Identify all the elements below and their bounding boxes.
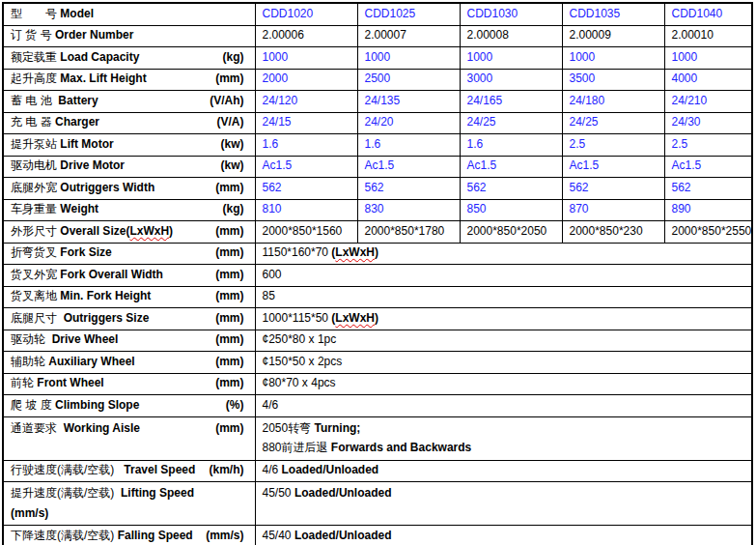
row-label-outriggers-width: 底腿外宽 Outriggers Width(mm)	[3, 178, 255, 200]
cell-fork-overall-width: 600	[255, 265, 752, 287]
unit-label: (km/h)	[210, 463, 255, 478]
row-label-battery: 蓄 电 池 Battery(V/Ah)	[3, 91, 255, 113]
row-label-order-number: 订 货 号 Order Number	[3, 25, 255, 47]
cell-front-wheel: ¢80*70 x 4pcs	[255, 373, 752, 395]
row-label-lift-motor: 提升泵站 Lift Motor(kw)	[3, 134, 255, 157]
value-line: 4/6	[263, 398, 752, 414]
label-text: 车身重量 Weight	[11, 202, 98, 217]
label-text: 提升泵站 Lift Motor	[11, 137, 114, 153]
text-run: Lift Motor	[60, 137, 113, 151]
text-run: 600	[263, 268, 282, 281]
cell-lift-motor-CDD1020: 1.6	[255, 134, 357, 157]
label-text: 货叉离地 Min. Fork Height	[11, 289, 151, 304]
cell-auxiliary-wheel: ¢150*50 x 2pcs	[255, 352, 752, 374]
cell-weight-CDD1025: 830	[357, 199, 460, 221]
label-line: 货叉离地 Min. Fork Height(mm)	[11, 289, 255, 304]
text-run: 订 货 号	[11, 28, 55, 42]
text-run: 提升速度(满载/空载)	[11, 486, 121, 500]
row-label-drive-wheel: 驱动轮 Drive Wheel(mm)	[3, 330, 255, 352]
cell-load-capacity-CDD1030: 1000	[460, 47, 562, 70]
spec-row-battery: 蓄 电 池 Battery(V/Ah)24/12024/13524/16524/…	[3, 91, 752, 113]
label-line: 车身重量 Weight(kg)	[11, 202, 255, 217]
text-run: 货叉离地	[11, 289, 60, 302]
cell-weight-CDD1030: 850	[460, 199, 562, 221]
spec-row-weight: 车身重量 Weight(kg)810830850870890	[3, 199, 752, 221]
label-line: 型 号 Model	[11, 7, 255, 22]
spec-row-fork-size: 折弯货叉 Fork Size(mm)1150*160*70 (LxWxH)	[3, 243, 752, 265]
cell-fork-size: 1150*160*70 (LxWxH)	[255, 243, 752, 265]
text-run: 外形尺寸	[11, 224, 60, 238]
label-text: (mm/s)	[11, 503, 48, 524]
text-run: Climbing Slope	[55, 398, 139, 412]
cell-order-number-CDD1030: 2.00008	[460, 25, 562, 47]
text-run: Weight	[60, 202, 98, 215]
text-run: Fork Size	[60, 245, 111, 259]
row-label-outriggers-size: 底腿尺寸 Outriggers Size(mm)	[3, 308, 255, 330]
text-run: 4/6	[263, 463, 282, 476]
row-label-fork-overall-width: 货叉外宽 Fork Overall Width(mm)	[3, 265, 255, 287]
spec-table-body: 型 号 ModelCDD1020CDD1025CDD1030CDD1035CDD…	[3, 3, 752, 545]
cell-lifting-speed: 45/50 Loaded/Unloaded	[255, 482, 752, 526]
spec-row-fork-overall-width: 货叉外宽 Fork Overall Width(mm)600	[3, 265, 752, 287]
cell-charger-CDD1030: 24/25	[460, 112, 562, 134]
cell-load-capacity-CDD1035: 1000	[562, 47, 664, 70]
unit-label: (kw)	[221, 137, 255, 153]
text-run: 折弯货叉	[11, 245, 60, 259]
unit-label: (kg)	[223, 50, 255, 66]
cell-overall-size-CDD1035: 2000*850*230	[562, 221, 664, 244]
cell-outriggers-width-CDD1035: 562	[562, 178, 664, 200]
spec-row-climbing-slope: 爬 坡 度 Climbing Slope(%)4/6	[3, 395, 752, 417]
text-run: Outriggers Width	[60, 181, 154, 194]
cell-climbing-slope: 4/6	[255, 395, 752, 417]
text-run: Overall Size(	[60, 224, 129, 238]
unit-label: (V/A)	[217, 115, 255, 130]
label-line: 行驶速度(满载/空载) Travel Speed(km/h)	[11, 463, 255, 478]
cell-drive-motor-CDD1030: Ac1.5	[460, 156, 562, 178]
unit-label: (mm)	[215, 311, 254, 327]
cell-overall-size-CDD1040: 2000*850*2550	[664, 221, 752, 244]
cell-model-CDD1040: CDD1040	[664, 3, 752, 25]
row-label-travel-speed: 行驶速度(满载/空载) Travel Speed(km/h)	[3, 460, 255, 482]
cell-drive-motor-CDD1025: Ac1.5	[357, 156, 460, 178]
unit-label: (mm)	[215, 332, 254, 348]
text-run: ¢250*80 x 1pc	[263, 332, 337, 346]
row-label-working-aisle: 通道要求 Working Aisle(mm)	[3, 416, 255, 460]
row-label-min-fork-height: 货叉离地 Min. Fork Height(mm)	[3, 286, 255, 308]
label-line: (mm/s)	[11, 503, 255, 524]
unit-label: (%)	[226, 398, 255, 414]
text-run: Front Wheel	[37, 376, 103, 389]
text-run: Falling Speed	[118, 529, 193, 542]
text-run: Max. Lift Height	[60, 72, 146, 85]
label-line: 外形尺寸 Overall Size(LxWxH)(mm)	[11, 224, 255, 240]
text-run: 辅助轮	[11, 355, 48, 368]
cell-model-CDD1020: CDD1020	[255, 3, 357, 25]
label-text: 驱动电机 Drive Motor	[11, 158, 125, 174]
unit-label: (V/Ah)	[210, 94, 254, 109]
label-text: 爬 坡 度 Climbing Slope	[11, 398, 139, 414]
cell-drive-wheel: ¢250*80 x 1pc	[255, 330, 752, 352]
text-run: 底腿外宽	[11, 181, 60, 194]
text-run: 底腿尺寸	[11, 311, 64, 325]
label-line: 前轮 Front Wheel(mm)	[11, 376, 255, 391]
text-run: 4/6	[263, 398, 279, 412]
text-run: Turning;	[315, 421, 361, 435]
label-text: 通道要求 Working Aisle	[11, 418, 140, 439]
unit-label: (mm)	[215, 355, 254, 370]
text-run: ¢150*50 x 2pcs	[263, 355, 343, 368]
cell-max-lift-height-CDD1035: 3500	[562, 69, 664, 91]
cell-battery-CDD1040: 24/210	[664, 91, 752, 113]
text-run: 货叉外宽	[11, 268, 60, 281]
row-label-auxiliary-wheel: 辅助轮 Auxiliary Wheel(mm)	[3, 352, 255, 374]
value-line: ¢150*50 x 2pcs	[263, 355, 752, 370]
text-run: )	[169, 224, 173, 238]
text-run: 1000*115*50	[263, 311, 332, 325]
unit-label: (mm)	[215, 418, 254, 439]
cell-overall-size-CDD1020: 2000*850*1560	[255, 221, 357, 244]
label-line: 提升泵站 Lift Motor(kw)	[11, 137, 255, 153]
text-run: 45/50	[263, 486, 294, 500]
label-line: 蓄 电 池 Battery(V/Ah)	[11, 94, 255, 109]
cell-outriggers-width-CDD1020: 562	[255, 178, 357, 200]
text-run: 型 号	[11, 7, 60, 20]
spec-row-max-lift-height: 起升高度 Max. Lift Height(mm)200025003000350…	[3, 69, 752, 91]
cell-model-CDD1025: CDD1025	[357, 3, 460, 25]
